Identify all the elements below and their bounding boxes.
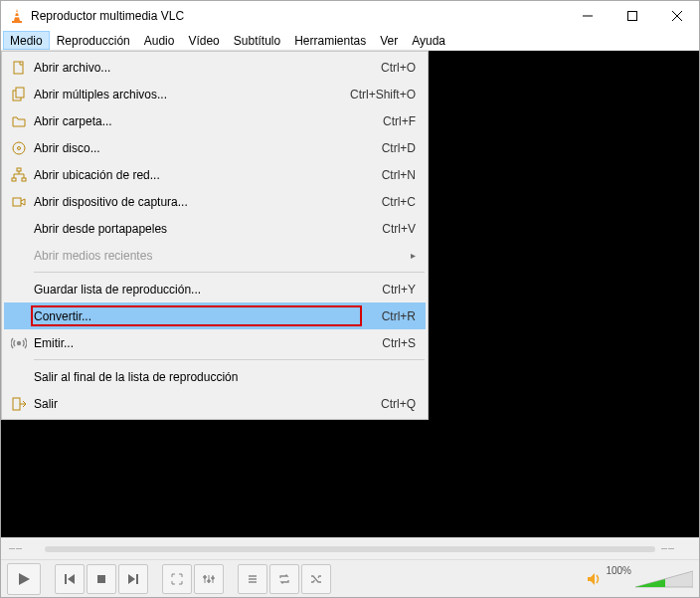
svg-point-12 — [18, 146, 21, 149]
menu-item-shortcut: Ctrl+D — [362, 141, 416, 155]
menu-ver[interactable]: Ver — [373, 31, 405, 50]
menu-item-salir-al-final-de-la-lista-de-reproducci-n[interactable]: Salir al final de la lista de reproducci… — [4, 363, 426, 390]
menu-item-abrir-desde-portapapeles[interactable]: Abrir desde portapapelesCtrl+V — [4, 215, 426, 242]
menu-item-shortcut: Ctrl+Shift+O — [330, 88, 416, 101]
volume-control: 100% — [586, 569, 693, 589]
menu-item-convertir[interactable]: Convertir...Ctrl+R — [4, 302, 426, 329]
svg-rect-3 — [15, 16, 20, 17]
controls-bar: 100% — [1, 559, 699, 597]
chevron-right-icon: ▸ — [411, 250, 416, 261]
menu-item-abrir-archivo[interactable]: Abrir archivo...Ctrl+O — [4, 54, 426, 81]
svg-rect-1 — [12, 21, 22, 23]
menu-item-label: Abrir carpeta... — [34, 114, 363, 128]
playlist-group — [238, 564, 331, 594]
svg-rect-14 — [12, 178, 16, 181]
svg-rect-15 — [22, 178, 26, 181]
seek-track[interactable] — [45, 546, 655, 552]
menu-subtitulo[interactable]: Subtítulo — [227, 31, 287, 50]
svg-rect-2 — [15, 12, 19, 13]
svg-rect-20 — [65, 574, 67, 584]
extended-settings-button[interactable] — [194, 564, 224, 594]
menu-separator — [34, 359, 425, 360]
speaker-icon[interactable] — [586, 571, 602, 587]
volume-slider[interactable] — [635, 569, 693, 589]
menu-item-salir[interactable]: SalirCtrl+Q — [4, 390, 426, 417]
files-icon — [8, 87, 30, 102]
menu-item-label: Salir — [34, 397, 361, 411]
capture-icon — [8, 194, 30, 210]
exit-icon — [8, 396, 30, 412]
menu-item-shortcut: Ctrl+C — [362, 195, 416, 209]
menu-item-label: Salir al final de la lista de reproducci… — [34, 370, 416, 384]
playlist-button[interactable] — [238, 564, 267, 594]
seek-bar: ┄┄ ┄┄ — [1, 537, 699, 559]
stream-icon — [8, 335, 30, 351]
menu-item-abrir-m-ltiples-archivos[interactable]: Abrir múltiples archivos...Ctrl+Shift+O — [4, 81, 426, 107]
menu-medio[interactable]: Medio — [3, 31, 50, 50]
svg-rect-10 — [16, 88, 24, 98]
svg-rect-5 — [627, 12, 636, 21]
shuffle-button[interactable] — [301, 564, 331, 594]
menubar: Medio Reproducción Audio Vídeo Subtítulo… — [1, 31, 699, 51]
file-icon — [8, 60, 30, 76]
svg-point-11 — [13, 142, 25, 154]
svg-rect-22 — [97, 575, 105, 583]
menu-item-shortcut: Ctrl+R — [362, 309, 416, 323]
loop-button[interactable] — [269, 564, 299, 594]
window-title: Reproductor multimedia VLC — [31, 9, 565, 23]
menu-item-shortcut: Ctrl+Q — [361, 397, 416, 411]
svg-rect-24 — [136, 574, 138, 584]
menu-item-abrir-carpeta[interactable]: Abrir carpeta...Ctrl+F — [4, 107, 426, 134]
disc-icon — [8, 140, 30, 156]
menu-item-abrir-ubicaci-n-de-red[interactable]: Abrir ubicación de red...Ctrl+N — [4, 161, 426, 188]
video-area: Abrir archivo...Ctrl+OAbrir múltiples ar… — [1, 51, 699, 537]
menu-item-shortcut: Ctrl+F — [363, 114, 416, 128]
svg-point-29 — [208, 579, 211, 582]
menu-item-shortcut: Ctrl+O — [361, 61, 416, 75]
svg-point-30 — [212, 576, 215, 579]
menu-item-emitir[interactable]: Emitir...Ctrl+S — [4, 329, 426, 356]
minimize-button[interactable] — [565, 2, 610, 31]
time-start-ticks: ┄┄ — [9, 543, 39, 554]
menu-herramientas[interactable]: Herramientas — [287, 31, 373, 50]
next-button[interactable] — [118, 564, 148, 594]
menu-audio[interactable]: Audio — [137, 31, 182, 50]
prev-button[interactable] — [55, 564, 85, 594]
menu-video[interactable]: Vídeo — [181, 31, 226, 50]
menu-item-label: Abrir medios recientes — [34, 249, 416, 263]
menu-separator — [34, 272, 425, 273]
svg-rect-16 — [13, 198, 21, 206]
network-icon — [8, 167, 30, 183]
time-end-ticks: ┄┄ — [661, 543, 691, 554]
svg-point-17 — [18, 341, 21, 344]
app-window: Reproductor multimedia VLC Medio Reprodu… — [0, 0, 700, 598]
svg-point-28 — [204, 575, 207, 578]
menu-item-label: Abrir múltiples archivos... — [34, 88, 330, 101]
svg-marker-19 — [19, 573, 30, 585]
stop-button[interactable] — [87, 564, 116, 594]
menu-item-label: Guardar lista de reproducción... — [34, 283, 362, 297]
menu-item-label: Convertir... — [31, 305, 362, 326]
svg-marker-23 — [128, 574, 135, 584]
vlc-cone-icon — [9, 8, 25, 24]
svg-marker-34 — [588, 573, 595, 585]
menu-ayuda[interactable]: Ayuda — [405, 31, 452, 50]
svg-rect-13 — [17, 168, 21, 171]
menu-item-label: Abrir disco... — [34, 141, 362, 155]
playback-group — [55, 564, 148, 594]
view-group — [162, 564, 224, 594]
menu-item-guardar-lista-de-reproducci-n[interactable]: Guardar lista de reproducción...Ctrl+Y — [4, 276, 426, 302]
maximize-button[interactable] — [610, 2, 654, 31]
menu-item-abrir-medios-recientes: Abrir medios recientes▸ — [4, 242, 426, 269]
fullscreen-button[interactable] — [162, 564, 192, 594]
play-button[interactable] — [7, 563, 41, 595]
menu-reproduccion[interactable]: Reproducción — [50, 31, 137, 50]
menu-item-shortcut: Ctrl+V — [362, 222, 416, 236]
menu-item-shortcut: Ctrl+S — [362, 336, 416, 350]
menu-item-abrir-disco[interactable]: Abrir disco...Ctrl+D — [4, 134, 426, 161]
menu-item-shortcut: Ctrl+N — [362, 168, 416, 182]
menu-item-label: Abrir dispositivo de captura... — [34, 195, 362, 209]
menu-item-abrir-dispositivo-de-captura[interactable]: Abrir dispositivo de captura...Ctrl+C — [4, 188, 426, 215]
menu-item-shortcut: Ctrl+Y — [362, 283, 416, 297]
close-button[interactable] — [654, 2, 699, 31]
